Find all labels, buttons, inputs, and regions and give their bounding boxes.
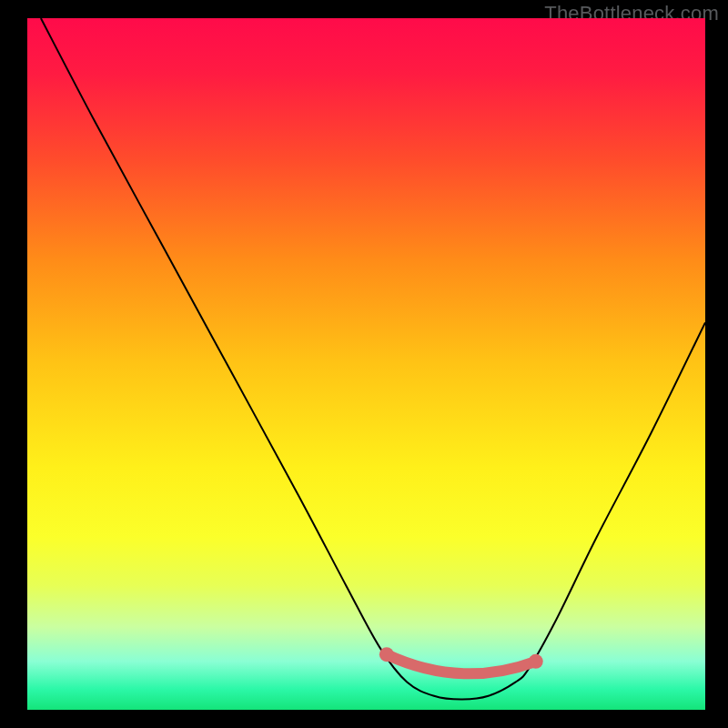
optimal-range-endpoint [379, 647, 394, 662]
bottleneck-chart [27, 18, 705, 710]
gradient-background [27, 18, 705, 710]
optimal-range-endpoint [529, 654, 543, 669]
chart-frame: TheBottleneck.com [0, 0, 728, 728]
